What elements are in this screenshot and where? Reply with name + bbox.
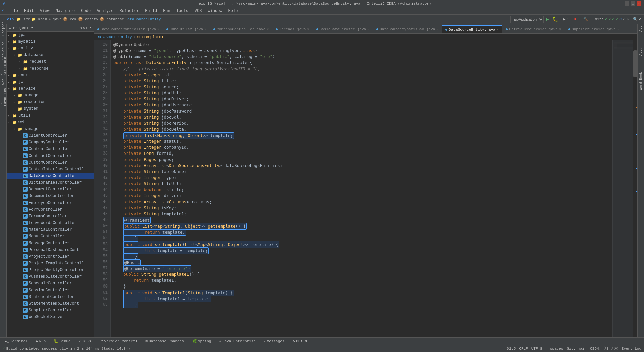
tree-item-datesourcecontroller[interactable]: CDateSourceController (7, 173, 94, 179)
build-button[interactable]: 🔨 (581, 16, 591, 23)
spring-tab[interactable]: 🌿 Spring (190, 338, 214, 344)
messages-tab[interactable]: ✉ Messages (261, 338, 287, 344)
menu-analyze[interactable]: Analyze (94, 8, 116, 14)
tree-item-materialcontroller[interactable]: CMaterialController (7, 226, 94, 233)
tab-close-icon4[interactable]: × (307, 28, 309, 31)
debug-button[interactable]: 🐛 (551, 16, 559, 22)
indent[interactable]: 4 spaces (546, 347, 564, 351)
tree-item-projecttemplatecontroll[interactable]: CProjectTemplateControll (7, 260, 94, 267)
tab-close-icon9[interactable]: × (617, 28, 619, 31)
menu-file[interactable]: File (6, 8, 21, 14)
stop-button[interactable]: ■ (572, 16, 579, 23)
menu-help[interactable]: Help (226, 8, 241, 14)
tree-item-formcontroller[interactable]: CFormController (7, 206, 94, 213)
tab-close-icon6[interactable]: × (436, 28, 438, 31)
tree-item-database[interactable]: ▾📁database (7, 52, 94, 58)
tree-item-reception[interactable]: ▸📁reception (7, 99, 94, 105)
web-tool-icon[interactable]: Web (0, 79, 6, 85)
tree-item-utils[interactable]: ▸📁utils (7, 112, 94, 119)
menu-navigate[interactable]: Navigate (53, 8, 78, 14)
tree-item-contractcontroller[interactable]: CContractController (7, 152, 94, 159)
tree-item-jwt[interactable]: ▸📁jwt (7, 79, 94, 85)
settings-icon[interactable]: ⚙ (639, 17, 641, 21)
tree-item-websocketserver[interactable]: CWebSocketServer (7, 314, 94, 320)
tree-item-customcontroller[interactable]: CCustomController (7, 159, 94, 166)
close-button[interactable]: × (637, 1, 641, 6)
tree-item-documentscontroller[interactable]: CDocumentsController (7, 193, 94, 200)
tree-item-dictionariescontroller[interactable]: CDictionariesController (7, 179, 94, 186)
tree-item-service[interactable]: ▾📁service (7, 85, 94, 92)
terminal-tab[interactable]: ▶_ Terminal (2, 338, 31, 344)
tab-threads[interactable]: Threads.java × (272, 25, 313, 33)
tree-item-projectcontroller[interactable]: CProjectController (7, 253, 94, 260)
version-control-tab[interactable]: ⎇ Version Control (96, 338, 140, 344)
tree-item-forumscontroller[interactable]: CForumsController (7, 213, 94, 220)
tree-item-statementcontroller[interactable]: CStatementController (7, 294, 94, 300)
encoding[interactable]: UTF-8 (531, 347, 542, 351)
tab-companycontroller[interactable]: CompanyController.java × (210, 25, 272, 33)
scrollbar-thumb[interactable] (633, 50, 637, 77)
build-tab[interactable]: ⚙ Build (290, 338, 310, 344)
tree-item-mybatis[interactable]: ▸📁mybatis (7, 38, 94, 45)
database-changes-tab[interactable]: ⊞ Database Changes (143, 338, 187, 344)
tree-item-manage[interactable]: ▸📁manage (7, 92, 94, 99)
favorites-icon[interactable]: ☆ Favorites (0, 94, 6, 100)
project-tool-icon[interactable]: Project (0, 26, 6, 32)
tab-close-icon8[interactable]: × (559, 28, 561, 31)
tree-item-personaldashboardcont[interactable]: CPersonalDashboardCont (7, 247, 94, 253)
tree-item-contentcontroller[interactable]: CContentController (7, 146, 94, 152)
minimize-button[interactable]: ─ (625, 1, 629, 6)
run-config-select[interactable]: EipApplication (510, 16, 544, 23)
close-project-icon[interactable]: × (89, 26, 92, 30)
tree-item-documentcontroller[interactable]: CDocumentController (7, 186, 94, 193)
att-tool[interactable]: Att (639, 26, 643, 32)
tab-close-icon[interactable]: × (157, 28, 159, 31)
tree-item-enums[interactable]: ▸📁enums (7, 72, 94, 79)
line-ending[interactable]: CRLF (519, 347, 528, 351)
tab-close-icon7[interactable]: × (497, 28, 499, 32)
tree-item-manage[interactable]: ▾📁manage (7, 126, 94, 132)
tab-close-icon3[interactable]: × (267, 28, 269, 31)
code-content[interactable]: @DynamicUpdate@TypeDef(name = "json", ty… (111, 40, 612, 337)
menu-run[interactable]: Run (160, 8, 173, 14)
tree-item-pushtemplatecontroller[interactable]: CPushTemplateController (7, 273, 94, 280)
tree-item-custominterfacecontroll[interactable]: CCustomInterfaceControll (7, 166, 94, 173)
tab-basicdataservice[interactable]: BasicDataService.java × (313, 25, 373, 33)
tree-item-messagecontroller[interactable]: CMessageController (7, 240, 94, 247)
gear-project-icon[interactable]: ⚙ (83, 26, 85, 30)
run-coverage-button[interactable]: ▶C (560, 16, 570, 23)
expand-project-icon[interactable]: ◻ (86, 26, 89, 30)
bc-datasourceentity[interactable]: DataSourceEntity (97, 35, 132, 39)
tree-item-system[interactable]: ▸📁system (7, 105, 94, 112)
tree-item-sessioncontroller[interactable]: CSessionController (7, 287, 94, 294)
menu-code[interactable]: Code (78, 8, 93, 14)
word-book-tool[interactable]: Word Book (639, 72, 643, 90)
tree-item-jpa[interactable]: ▸📁jpa (7, 32, 94, 38)
search-everywhere-icon[interactable]: 🔍 (633, 17, 638, 21)
run-tab[interactable]: ▶ Run (33, 338, 48, 344)
tree-item-employeecontroller[interactable]: CEmployeeController (7, 200, 94, 206)
tab-close-icon5[interactable]: × (367, 28, 369, 31)
z-structure-icon[interactable]: Z Structure (0, 63, 6, 69)
menu-window[interactable]: Window (205, 8, 225, 14)
tree-item-schedulecontroller[interactable]: CScheduleController (7, 280, 94, 287)
menu-tools[interactable]: Tools (174, 8, 191, 14)
tree-item-leavewordscontroller[interactable]: CLeaveWordsController (7, 220, 94, 226)
sync-project-icon[interactable]: ↺ (80, 26, 82, 30)
tab-close-icon2[interactable]: × (204, 28, 206, 31)
structure-tool-icon[interactable]: Structure (0, 48, 6, 54)
tab-datesourcemybatisdao[interactable]: DateSourceMybatisDao.java × (373, 25, 442, 33)
tree-item-menuscontroller[interactable]: CMenusController (7, 233, 94, 240)
cursor-position[interactable]: 61:5 (507, 347, 516, 351)
tree-item-web[interactable]: ▾📁web (7, 119, 94, 126)
tab-datesourcecontroller[interactable]: DateSourceController.java × (94, 25, 163, 33)
att2-tool[interactable]: Att↓ (639, 48, 643, 56)
tab-supplierservice[interactable]: SupplierService.java × (565, 25, 623, 33)
menu-view[interactable]: View (37, 8, 52, 14)
tab-jdbcutils[interactable]: JdbcUtils2.java × (163, 25, 210, 33)
bc-settemplate1[interactable]: setTemplate1 (137, 35, 163, 39)
tree-item-request[interactable]: ▸📁request (7, 58, 94, 65)
run-button[interactable]: ▶ (545, 16, 550, 22)
menu-edit[interactable]: Edit (21, 8, 37, 14)
tree-item-clientcontroller[interactable]: CClientController (7, 132, 94, 139)
